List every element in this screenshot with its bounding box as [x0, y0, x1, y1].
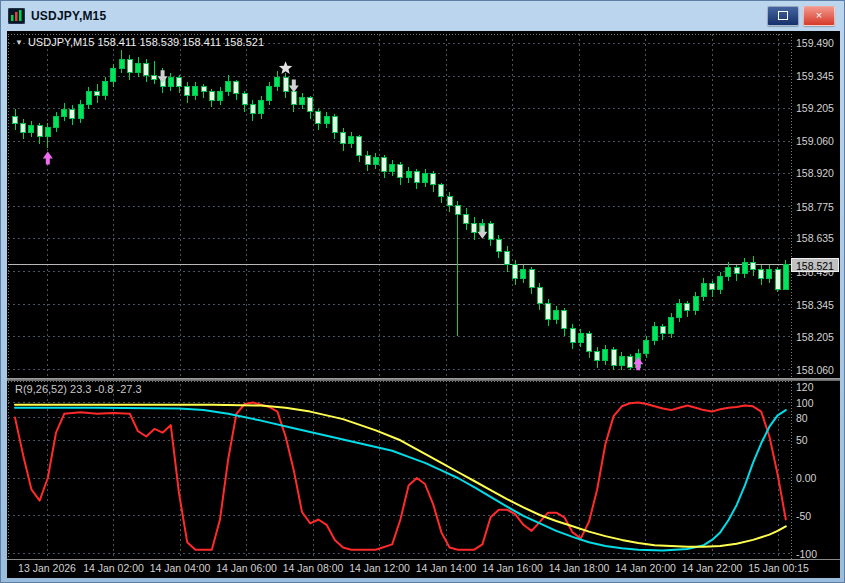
chart-client: 159.490159.345159.205159.060158.920158.7…: [7, 31, 840, 578]
price-axis-label: 158.635: [796, 232, 834, 244]
indicator-axis-label: 50: [796, 434, 808, 446]
pane-splitter[interactable]: [7, 378, 840, 381]
window-title: USDJPY,M15: [31, 9, 106, 23]
chart-info: ▼ USDJPY,M15 158.411 158.539 158.411 158…: [15, 36, 264, 48]
chart-window: USDJPY,M15 × 159.490159.345159.205159.06…: [0, 0, 845, 583]
indicator-axis-label: 120: [796, 381, 814, 393]
indicator-info-label: R(9,26,52) 23.3 -0.8 -27.3: [15, 383, 142, 395]
price-axis-label: 158.775: [796, 201, 834, 213]
price-axis-label: 159.490: [796, 37, 834, 49]
close-button[interactable]: ×: [803, 6, 835, 26]
restore-button[interactable]: [767, 6, 799, 26]
time-axis-label: 15 Jan 00:15: [737, 562, 821, 574]
price-axis-label: 158.920: [796, 167, 834, 179]
bid-price-badge: 158.521: [791, 258, 839, 272]
indicator-axis-label: 100: [796, 397, 814, 409]
price-axis-label: 158.060: [796, 364, 834, 376]
indicator-axis-label: -100: [796, 548, 817, 560]
close-icon: ×: [816, 10, 822, 21]
price-axis-label: 158.345: [796, 299, 834, 311]
labels-overlay: 159.490159.345159.205159.060158.920158.7…: [7, 31, 840, 578]
restore-icon: [778, 11, 788, 20]
price-axis-label: 159.345: [796, 70, 834, 82]
price-axis-label: 159.060: [796, 135, 834, 147]
title-bar[interactable]: USDJPY,M15 ×: [2, 1, 843, 30]
app-icon: [8, 8, 25, 24]
price-axis-label: 158.205: [796, 331, 834, 343]
chart-shift-marker-icon: ▼: [15, 38, 23, 47]
time-axis-separator: [7, 559, 840, 560]
indicator-axis-label: -50: [796, 510, 811, 522]
price-axis-label: 159.205: [796, 102, 834, 114]
window-controls: ×: [767, 6, 837, 26]
ohlc-info-label: USDJPY,M15 158.411 158.539 158.411 158.5…: [28, 36, 264, 48]
indicator-axis-label: 0.00: [796, 472, 816, 484]
indicator-axis-label: 80: [796, 412, 808, 424]
